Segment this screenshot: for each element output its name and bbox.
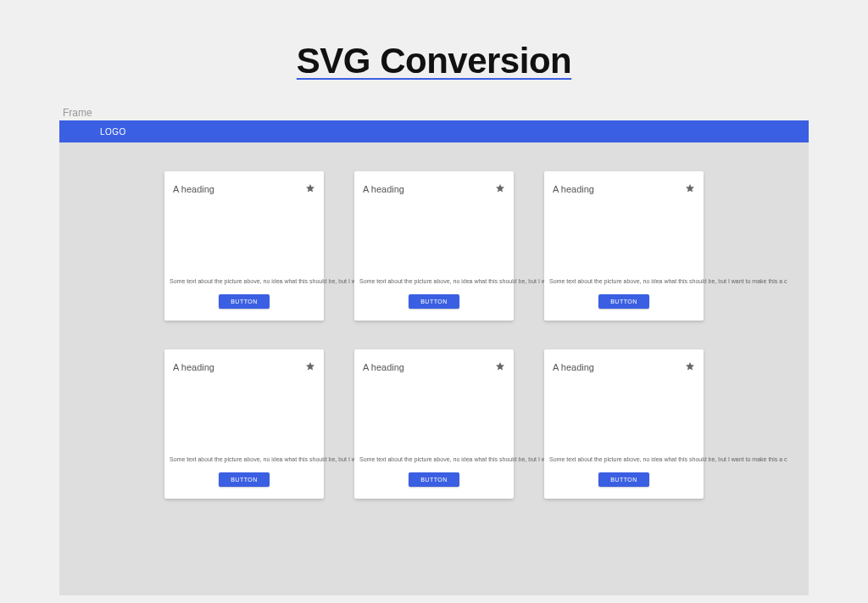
card-footer: BUTTON: [544, 462, 704, 499]
cards-grid: A heading Some text about the picture ab…: [59, 142, 809, 524]
card-description: Some text about the picture above, no id…: [354, 456, 514, 462]
card-heading: A heading: [363, 362, 404, 372]
card-footer: BUTTON: [354, 284, 514, 321]
star-icon[interactable]: [495, 181, 505, 197]
card-header: A heading: [544, 171, 704, 204]
card-header: A heading: [354, 349, 514, 382]
card-button[interactable]: BUTTON: [219, 472, 270, 487]
card-button[interactable]: BUTTON: [409, 294, 459, 309]
star-icon[interactable]: [305, 360, 315, 375]
frame: LOGO A heading Some text about the pictu…: [59, 120, 809, 595]
card-heading: A heading: [553, 362, 594, 372]
card-heading: A heading: [173, 362, 214, 372]
card: A heading Some text about the picture ab…: [164, 171, 324, 321]
card-body: [164, 382, 324, 456]
card-body: [164, 204, 324, 278]
star-icon[interactable]: [685, 181, 695, 197]
card-description: Some text about the picture above, no id…: [544, 278, 704, 284]
card: A heading Some text about the picture ab…: [544, 349, 704, 499]
card-header: A heading: [544, 349, 704, 382]
card-header: A heading: [164, 171, 324, 204]
card-footer: BUTTON: [164, 284, 324, 321]
card: A heading Some text about the picture ab…: [544, 171, 704, 321]
card-header: A heading: [354, 171, 514, 204]
card-header: A heading: [164, 349, 324, 382]
card-description: Some text about the picture above, no id…: [544, 456, 704, 462]
card-button[interactable]: BUTTON: [598, 294, 649, 309]
card-description: Some text about the picture above, no id…: [164, 278, 324, 284]
card-description: Some text about the picture above, no id…: [354, 278, 514, 284]
topbar: LOGO: [59, 120, 809, 142]
star-icon[interactable]: [495, 360, 505, 375]
card: A heading Some text about the picture ab…: [164, 349, 324, 499]
card-heading: A heading: [173, 184, 214, 194]
card: A heading Some text about the picture ab…: [354, 349, 514, 499]
card-footer: BUTTON: [544, 284, 704, 321]
card-description: Some text about the picture above, no id…: [164, 456, 324, 462]
card-body: [544, 382, 704, 456]
star-icon[interactable]: [685, 360, 695, 375]
star-icon[interactable]: [305, 181, 315, 197]
frame-label: Frame: [63, 107, 809, 119]
card-button[interactable]: BUTTON: [598, 472, 649, 487]
card-body: [544, 204, 704, 278]
card-body: [354, 382, 514, 456]
card-button[interactable]: BUTTON: [409, 472, 459, 487]
card-heading: A heading: [363, 184, 404, 194]
card-footer: BUTTON: [354, 462, 514, 499]
logo: LOGO: [100, 127, 126, 137]
card-heading: A heading: [553, 184, 594, 194]
page-title: SVG Conversion: [0, 0, 868, 81]
card-footer: BUTTON: [164, 462, 324, 499]
card-button[interactable]: BUTTON: [219, 294, 270, 309]
card: A heading Some text about the picture ab…: [354, 171, 514, 321]
card-body: [354, 204, 514, 278]
frame-wrapper: Frame LOGO A heading Some text about the…: [59, 107, 809, 595]
